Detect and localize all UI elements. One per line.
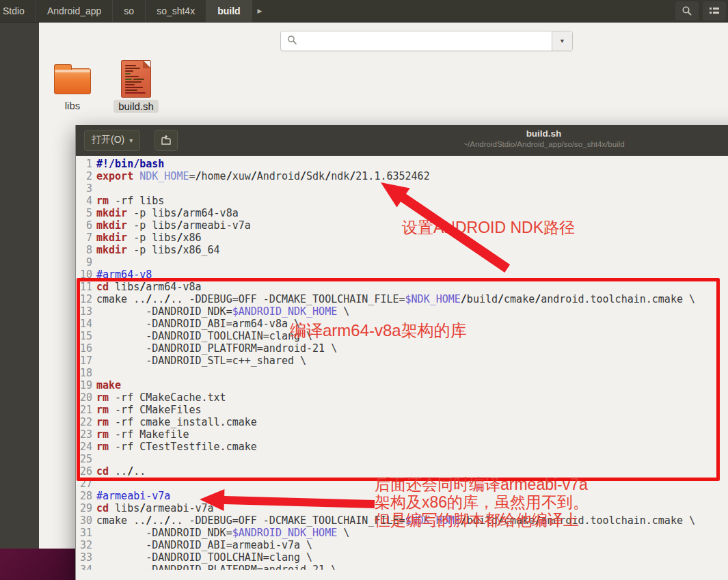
- code-line[interactable]: 16 -DANDROID_PLATFORM=android-21 \: [76, 342, 728, 355]
- pathbar-item-so[interactable]: so: [113, 0, 146, 22]
- code-line[interactable]: 12cmake ../../.. -DDEBUG=OFF -DCMAKE_TOO…: [76, 293, 728, 305]
- line-number: 11: [76, 281, 92, 293]
- pathbar-more-button[interactable]: ▶: [252, 0, 268, 22]
- topbar-spacer: [268, 0, 673, 22]
- file-item-libs[interactable]: libs: [42, 63, 103, 112]
- line-number: 29: [76, 502, 92, 514]
- pathbar-item-androidstdio[interactable]: Stdio: [0, 0, 36, 22]
- editor-headerbar: 打开(O) ▾ build.sh ~/AndroidStdio/Android_…: [76, 125, 728, 156]
- line-number: 23: [76, 428, 92, 441]
- desktop-screenshot: { "pathbar": { "tabs": [ { "label": "Std…: [0, 0, 728, 580]
- code-line[interactable]: 5mkdir -p libs/arm64-v8a: [76, 207, 728, 219]
- file-item-build-sh[interactable]: build.sh: [105, 60, 167, 113]
- desktop-wallpaper: [0, 549, 75, 580]
- line-number: 25: [76, 453, 92, 465]
- file-name-label: build.sh: [113, 100, 159, 113]
- line-number: 15: [76, 330, 92, 342]
- line-number: 2: [76, 170, 92, 182]
- code-line[interactable]: 9: [76, 256, 728, 268]
- code-line[interactable]: 2export NDK_HOME=/home/xuw/Android/Sdk/n…: [76, 170, 728, 182]
- code-line[interactable]: 7mkdir -p libs/x86: [76, 232, 728, 244]
- folder-icon: [54, 68, 91, 94]
- chevron-right-icon: ▶: [258, 8, 262, 14]
- code-line[interactable]: 34 -DANDROID_PLATFORM=android-21 \: [76, 564, 728, 570]
- code-line[interactable]: 27: [76, 478, 728, 490]
- line-number: 5: [76, 207, 92, 219]
- search-icon: [287, 35, 297, 48]
- code-line[interactable]: 18: [76, 367, 728, 379]
- code-line[interactable]: 14 -DANDROID_ABI=arm64-v8a \: [76, 318, 728, 330]
- line-number: 7: [76, 232, 92, 244]
- filemanager-sidebar-strip: [0, 23, 39, 549]
- pathbar: Stdio Android_app so so_sht4x build ▶: [0, 0, 728, 23]
- line-number: 8: [76, 244, 92, 256]
- code-line[interactable]: 3: [76, 182, 728, 195]
- new-document-icon: [160, 135, 172, 146]
- line-number: 34: [76, 564, 92, 570]
- line-number: 6: [76, 219, 92, 232]
- code-line[interactable]: 29cd libs/armeabi-v7a: [76, 502, 728, 514]
- line-number: 10: [76, 268, 92, 281]
- line-number: 18: [76, 367, 92, 379]
- pathbar-item-so-sht4x[interactable]: so_sht4x: [146, 0, 206, 22]
- code-line[interactable]: 21rm -rf CMakeFiles: [76, 404, 728, 416]
- line-number: 12: [76, 293, 92, 305]
- code-editing-area[interactable]: 1#!/bin/bash2export NDK_HOME=/home/xuw/A…: [76, 156, 728, 570]
- code-line[interactable]: 33 -DANDROID_TOOLCHAIN=clang \: [76, 551, 728, 564]
- line-number: 4: [76, 195, 92, 207]
- code-line[interactable]: 22rm -rf cmake_install.cmake: [76, 416, 728, 428]
- code-line[interactable]: 32 -DANDROID_ABI=armeabi-v7a \: [76, 539, 728, 551]
- line-number: 30: [76, 514, 92, 527]
- list-view-icon: [709, 6, 720, 16]
- line-number: 22: [76, 416, 92, 428]
- new-document-button[interactable]: [154, 130, 178, 151]
- code-line[interactable]: 20rm -rf CMakeCache.txt: [76, 391, 728, 404]
- code-line[interactable]: 10#arm64-v8: [76, 268, 728, 281]
- pathbar-item-android-app[interactable]: Android_app: [36, 0, 113, 22]
- search-options-dropdown[interactable]: ▼: [552, 31, 572, 51]
- page-fold: [143, 60, 151, 68]
- open-button-label: 打开(O): [92, 134, 124, 146]
- line-number: 19: [76, 379, 92, 391]
- pathbar-item-label: so: [124, 5, 134, 16]
- code-line[interactable]: 17 -DANDROID_STL=c++_shared \: [76, 355, 728, 367]
- open-button[interactable]: 打开(O) ▾: [84, 130, 140, 151]
- shell-script-icon: [121, 60, 151, 98]
- line-number: 32: [76, 539, 92, 551]
- line-number: 17: [76, 355, 92, 367]
- code-line[interactable]: 31 -DANDROID_NDK=$ANDROID_NDK_HOME \: [76, 527, 728, 539]
- search-input[interactable]: [301, 31, 552, 51]
- code-line[interactable]: 8mkdir -p libs/x86_64: [76, 244, 728, 256]
- line-number: 13: [76, 305, 92, 318]
- code-line[interactable]: 19make: [76, 379, 728, 391]
- search-toggle-button[interactable]: [675, 1, 699, 20]
- code-line[interactable]: 24rm -rf CTestTestfile.cmake: [76, 441, 728, 453]
- line-number: 21: [76, 404, 92, 416]
- line-number: 28: [76, 490, 92, 502]
- list-view-toggle-button[interactable]: [703, 1, 726, 20]
- caret-down-icon: ▾: [129, 137, 133, 144]
- pathbar-item-label: Android_app: [47, 5, 101, 16]
- code-line[interactable]: 6mkdir -p libs/armeabi-v7a: [76, 219, 728, 232]
- line-number: 24: [76, 441, 92, 453]
- line-number: 33: [76, 551, 92, 564]
- text-editor-window: 打开(O) ▾ build.sh ~/AndroidStdio/Android_…: [75, 125, 728, 580]
- line-number: 20: [76, 391, 92, 404]
- code-line[interactable]: 28#armeabi-v7a: [76, 490, 728, 502]
- code-line[interactable]: 26cd ../..: [76, 465, 728, 478]
- code-line[interactable]: 25: [76, 453, 728, 465]
- code-line[interactable]: 30cmake ../../.. -DDEBUG=OFF -DCMAKE_TOO…: [76, 514, 728, 527]
- code-line[interactable]: 1#!/bin/bash: [76, 158, 728, 170]
- code-line[interactable]: 15 -DANDROID_TOOLCHAIN=clang \: [76, 330, 728, 342]
- line-number: 9: [76, 256, 92, 268]
- code-line[interactable]: 4rm -rf libs: [76, 195, 728, 207]
- code-line[interactable]: 11cd libs/arm64-v8a: [76, 281, 728, 293]
- line-number: 31: [76, 527, 92, 539]
- line-number: 16: [76, 342, 92, 355]
- pathbar-item-label: so_sht4x: [157, 5, 195, 16]
- file-name-label: libs: [65, 100, 81, 111]
- code-line[interactable]: 13 -DANDROID_NDK=$ANDROID_NDK_HOME \: [76, 305, 728, 318]
- code-line[interactable]: 23rm -rf Makefile: [76, 428, 728, 441]
- line-number: 27: [76, 478, 92, 490]
- pathbar-item-build-current[interactable]: build: [206, 0, 252, 22]
